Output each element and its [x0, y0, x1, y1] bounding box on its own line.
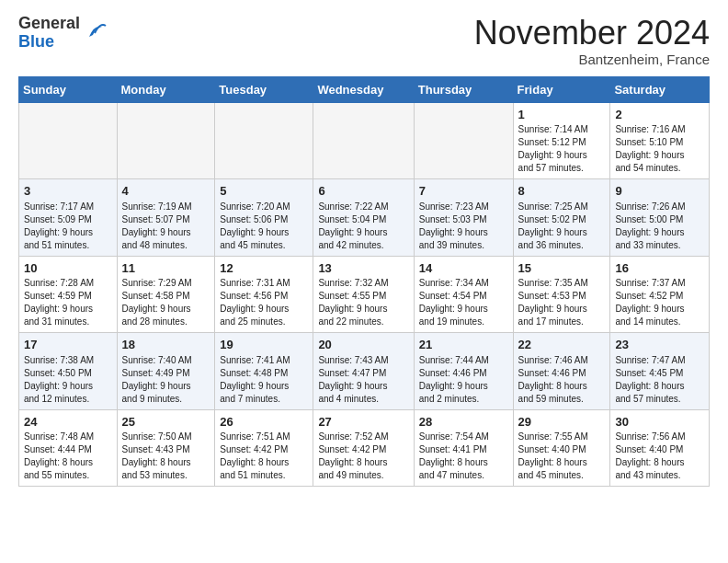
day-number: 7 — [419, 183, 508, 200]
day-info: Sunrise: 7:31 AM Sunset: 4:56 PM Dayligh… — [220, 277, 308, 328]
calendar-day-23: 23Sunrise: 7:47 AM Sunset: 4:45 PM Dayli… — [610, 333, 710, 410]
day-info: Sunrise: 7:26 AM Sunset: 5:00 PM Dayligh… — [615, 201, 704, 252]
day-info: Sunrise: 7:52 AM Sunset: 4:42 PM Dayligh… — [318, 431, 408, 482]
logo-icon — [82, 18, 108, 44]
calendar-day-empty — [19, 102, 118, 179]
calendar-day-21: 21Sunrise: 7:44 AM Sunset: 4:46 PM Dayli… — [414, 333, 513, 410]
calendar-day-1: 1Sunrise: 7:14 AM Sunset: 5:12 PM Daylig… — [513, 102, 610, 179]
calendar-day-15: 15Sunrise: 7:35 AM Sunset: 4:53 PM Dayli… — [513, 256, 610, 333]
day-number: 13 — [318, 260, 408, 277]
calendar-week-row: 1Sunrise: 7:14 AM Sunset: 5:12 PM Daylig… — [19, 102, 710, 179]
day-info: Sunrise: 7:35 AM Sunset: 4:53 PM Dayligh… — [518, 277, 606, 328]
day-info: Sunrise: 7:51 AM Sunset: 4:42 PM Dayligh… — [220, 431, 308, 482]
calendar-day-24: 24Sunrise: 7:48 AM Sunset: 4:44 PM Dayli… — [19, 409, 118, 487]
calendar-day-7: 7Sunrise: 7:23 AM Sunset: 5:03 PM Daylig… — [414, 179, 513, 257]
day-number: 3 — [24, 183, 112, 200]
page: General Blue November 2024 Bantzenheim, … — [0, 0, 728, 501]
day-info: Sunrise: 7:19 AM Sunset: 5:07 PM Dayligh… — [122, 201, 210, 252]
logo-general: General — [18, 14, 80, 32]
day-number: 11 — [122, 260, 210, 277]
day-info: Sunrise: 7:48 AM Sunset: 4:44 PM Dayligh… — [24, 431, 112, 482]
calendar-day-12: 12Sunrise: 7:31 AM Sunset: 4:56 PM Dayli… — [215, 256, 313, 333]
calendar-day-17: 17Sunrise: 7:38 AM Sunset: 4:50 PM Dayli… — [19, 333, 118, 410]
day-info: Sunrise: 7:17 AM Sunset: 5:09 PM Dayligh… — [24, 201, 112, 252]
calendar-day-9: 9Sunrise: 7:26 AM Sunset: 5:00 PM Daylig… — [610, 179, 710, 257]
calendar-day-19: 19Sunrise: 7:41 AM Sunset: 4:48 PM Dayli… — [215, 333, 313, 410]
month-title: November 2024 — [474, 15, 710, 52]
day-info: Sunrise: 7:29 AM Sunset: 4:58 PM Dayligh… — [122, 277, 210, 328]
calendar-day-22: 22Sunrise: 7:46 AM Sunset: 4:46 PM Dayli… — [513, 333, 610, 410]
logo-blue: Blue — [18, 32, 54, 51]
weekday-header-sunday: Sunday — [19, 76, 118, 102]
day-info: Sunrise: 7:23 AM Sunset: 5:03 PM Dayligh… — [419, 201, 508, 252]
day-info: Sunrise: 7:44 AM Sunset: 4:46 PM Dayligh… — [419, 354, 508, 406]
day-info: Sunrise: 7:34 AM Sunset: 4:54 PM Dayligh… — [419, 277, 508, 328]
day-info: Sunrise: 7:16 AM Sunset: 5:10 PM Dayligh… — [615, 123, 704, 175]
day-number: 27 — [318, 414, 408, 431]
calendar-table: SundayMondayTuesdayWednesdayThursdayFrid… — [18, 76, 710, 488]
day-info: Sunrise: 7:38 AM Sunset: 4:50 PM Dayligh… — [24, 354, 112, 406]
calendar-day-8: 8Sunrise: 7:25 AM Sunset: 5:02 PM Daylig… — [513, 179, 610, 257]
calendar-day-5: 5Sunrise: 7:20 AM Sunset: 5:06 PM Daylig… — [215, 179, 313, 257]
day-number: 19 — [220, 337, 308, 353]
calendar-day-empty — [215, 102, 313, 179]
day-number: 5 — [220, 183, 308, 200]
day-number: 8 — [518, 183, 606, 200]
calendar-day-25: 25Sunrise: 7:50 AM Sunset: 4:43 PM Dayli… — [117, 409, 215, 487]
calendar-day-6: 6Sunrise: 7:22 AM Sunset: 5:04 PM Daylig… — [313, 179, 414, 257]
day-number: 17 — [24, 337, 112, 353]
day-number: 26 — [220, 414, 308, 431]
day-number: 12 — [220, 260, 308, 277]
logo-text: General Blue — [18, 15, 80, 52]
calendar-week-row: 17Sunrise: 7:38 AM Sunset: 4:50 PM Dayli… — [19, 333, 710, 410]
location: Bantzenheim, France — [474, 52, 710, 67]
day-number: 22 — [518, 337, 606, 353]
day-number: 16 — [615, 260, 704, 277]
day-info: Sunrise: 7:37 AM Sunset: 4:52 PM Dayligh… — [615, 277, 704, 328]
day-info: Sunrise: 7:54 AM Sunset: 4:41 PM Dayligh… — [419, 431, 508, 482]
day-info: Sunrise: 7:40 AM Sunset: 4:49 PM Dayligh… — [122, 354, 210, 406]
day-number: 20 — [318, 337, 408, 353]
day-number: 25 — [122, 414, 210, 431]
weekday-header-wednesday: Wednesday — [313, 76, 414, 102]
logo: General Blue — [18, 15, 108, 52]
calendar-day-30: 30Sunrise: 7:56 AM Sunset: 4:40 PM Dayli… — [610, 409, 710, 487]
day-info: Sunrise: 7:25 AM Sunset: 5:02 PM Dayligh… — [518, 201, 606, 252]
calendar-week-row: 10Sunrise: 7:28 AM Sunset: 4:59 PM Dayli… — [19, 256, 710, 333]
calendar-day-20: 20Sunrise: 7:43 AM Sunset: 4:47 PM Dayli… — [313, 333, 414, 410]
day-number: 4 — [122, 183, 210, 200]
calendar-day-11: 11Sunrise: 7:29 AM Sunset: 4:58 PM Dayli… — [117, 256, 215, 333]
calendar-day-28: 28Sunrise: 7:54 AM Sunset: 4:41 PM Dayli… — [414, 409, 513, 487]
day-number: 21 — [419, 337, 508, 353]
day-number: 30 — [615, 414, 704, 431]
calendar-day-14: 14Sunrise: 7:34 AM Sunset: 4:54 PM Dayli… — [414, 256, 513, 333]
day-info: Sunrise: 7:50 AM Sunset: 4:43 PM Dayligh… — [122, 431, 210, 482]
day-info: Sunrise: 7:32 AM Sunset: 4:55 PM Dayligh… — [318, 277, 408, 328]
day-number: 15 — [518, 260, 606, 277]
day-number: 18 — [122, 337, 210, 353]
calendar-header-row: SundayMondayTuesdayWednesdayThursdayFrid… — [19, 76, 710, 102]
weekday-header-thursday: Thursday — [414, 76, 513, 102]
calendar-day-27: 27Sunrise: 7:52 AM Sunset: 4:42 PM Dayli… — [313, 409, 414, 487]
weekday-header-tuesday: Tuesday — [215, 76, 313, 102]
day-number: 23 — [615, 337, 704, 353]
day-info: Sunrise: 7:46 AM Sunset: 4:46 PM Dayligh… — [518, 354, 606, 406]
calendar-day-empty — [414, 102, 513, 179]
day-number: 14 — [419, 260, 508, 277]
calendar-day-10: 10Sunrise: 7:28 AM Sunset: 4:59 PM Dayli… — [19, 256, 118, 333]
day-number: 2 — [615, 107, 704, 123]
calendar-week-row: 3Sunrise: 7:17 AM Sunset: 5:09 PM Daylig… — [19, 179, 710, 257]
calendar-day-18: 18Sunrise: 7:40 AM Sunset: 4:49 PM Dayli… — [117, 333, 215, 410]
day-info: Sunrise: 7:20 AM Sunset: 5:06 PM Dayligh… — [220, 201, 308, 252]
day-info: Sunrise: 7:55 AM Sunset: 4:40 PM Dayligh… — [518, 431, 606, 482]
weekday-header-friday: Friday — [513, 76, 610, 102]
calendar-day-29: 29Sunrise: 7:55 AM Sunset: 4:40 PM Dayli… — [513, 409, 610, 487]
title-block: November 2024 Bantzenheim, France — [474, 15, 710, 67]
day-info: Sunrise: 7:28 AM Sunset: 4:59 PM Dayligh… — [24, 277, 112, 328]
calendar-week-row: 24Sunrise: 7:48 AM Sunset: 4:44 PM Dayli… — [19, 409, 710, 487]
day-number: 29 — [518, 414, 606, 431]
calendar-day-13: 13Sunrise: 7:32 AM Sunset: 4:55 PM Dayli… — [313, 256, 414, 333]
day-info: Sunrise: 7:41 AM Sunset: 4:48 PM Dayligh… — [220, 354, 308, 406]
day-number: 9 — [615, 183, 704, 200]
calendar-day-4: 4Sunrise: 7:19 AM Sunset: 5:07 PM Daylig… — [117, 179, 215, 257]
